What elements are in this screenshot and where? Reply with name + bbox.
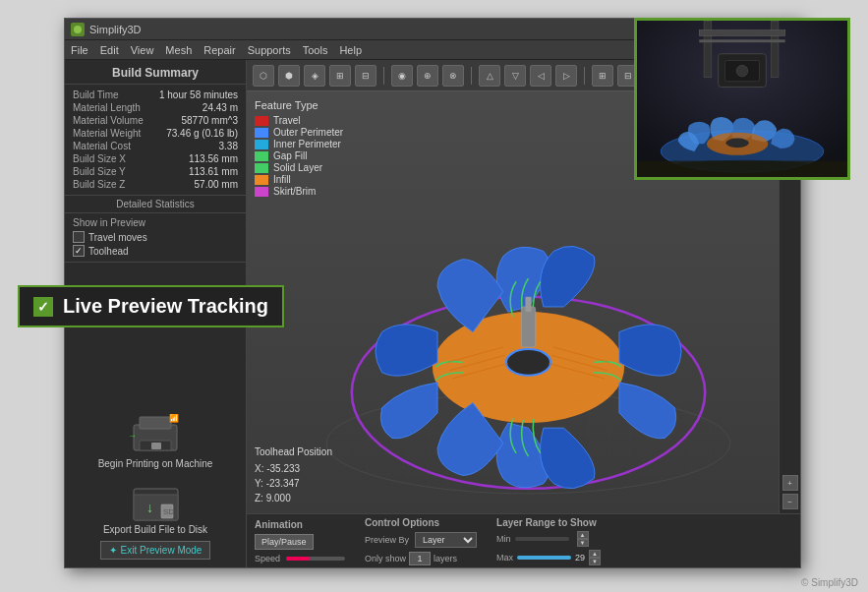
toolbar-btn-7[interactable]: ⊕ xyxy=(417,65,438,87)
stat-row-size-z: Build Size Z 57.00 mm xyxy=(73,178,238,191)
toolbar-btn-4[interactable]: ⊞ xyxy=(329,65,351,87)
3d-model-display xyxy=(286,141,771,513)
toolbar-btn-8[interactable]: ⊗ xyxy=(442,65,464,87)
svg-point-35 xyxy=(725,138,748,148)
toolbar-sep-2 xyxy=(471,67,472,85)
toolbar-btn-13[interactable]: ⊞ xyxy=(592,65,613,87)
build-stats: Build Time 1 hour 58 minutes Material Le… xyxy=(65,85,246,196)
preview-by-label: Preview By xyxy=(365,535,409,545)
svg-rect-26 xyxy=(704,21,712,78)
travel-moves-checkbox[interactable] xyxy=(73,231,85,243)
export-build-btn[interactable]: ↓ SD Export Build File to Disk xyxy=(103,479,207,535)
camera-photo xyxy=(637,21,847,177)
build-summary-title: Build Summary xyxy=(65,60,246,85)
svg-text:↓: ↓ xyxy=(146,500,153,515)
layer-range-title: Layer Range to Show xyxy=(496,517,601,528)
min-spinner[interactable]: ▲ ▼ xyxy=(577,531,589,547)
play-pause-button[interactable]: Play/Pause xyxy=(255,534,314,550)
svg-rect-23 xyxy=(521,307,535,347)
app-icon xyxy=(71,23,85,36)
menu-view[interactable]: View xyxy=(131,44,154,56)
only-show-row: Only show layers xyxy=(365,552,477,565)
min-down[interactable]: ▼ xyxy=(577,539,589,547)
menu-file[interactable]: File xyxy=(71,44,88,56)
stat-row-size-x: Build Size X 113.56 mm xyxy=(73,152,238,165)
copyright-text: © Simplify3D xyxy=(801,577,858,588)
menu-repair[interactable]: Repair xyxy=(203,44,235,56)
exit-preview-label: Exit Preview Mode xyxy=(121,545,203,556)
stat-row-mat-volume: Material Volume 58770 mm^3 xyxy=(73,114,238,127)
legend-color-travel xyxy=(255,116,268,126)
toolbar-btn-10[interactable]: ▽ xyxy=(504,65,526,87)
toolbar-btn-1[interactable]: ⬡ xyxy=(253,65,274,87)
exit-preview-button[interactable]: ✦ Exit Preview Mode xyxy=(100,541,211,560)
toolhead-pos-y: Y: -23.347 xyxy=(255,476,332,491)
toolhead-pos-title: Toolhead Position xyxy=(255,444,332,459)
toolhead-pos-x: X: -35.233 xyxy=(255,461,332,476)
toolhead-pos-z: Z: 9.000 xyxy=(255,491,332,505)
menu-mesh[interactable]: Mesh xyxy=(165,44,192,56)
min-range-row: Min ▲ ▼ xyxy=(496,531,601,547)
toolbar-btn-9[interactable]: △ xyxy=(479,65,500,87)
svg-rect-6 xyxy=(151,443,161,449)
svg-text:→: → xyxy=(128,431,137,441)
sidebar-icon-zoom[interactable]: + xyxy=(782,475,798,491)
camera-preview-overlay xyxy=(634,18,850,180)
toolbar-sep-3 xyxy=(584,67,585,85)
sidebar-icon-zoom-out[interactable]: − xyxy=(782,494,798,509)
speed-slider[interactable] xyxy=(286,557,345,561)
min-label: Min xyxy=(496,534,511,544)
max-slider[interactable] xyxy=(517,556,571,560)
title-bar-text: Simplify3D xyxy=(89,24,142,35)
svg-rect-28 xyxy=(699,30,785,36)
legend-color-solid xyxy=(255,163,268,173)
svg-rect-29 xyxy=(699,39,785,42)
animation-section: Animation Play/Pause Speed xyxy=(255,519,345,563)
only-show-input[interactable] xyxy=(409,552,431,565)
legend-color-gap xyxy=(255,151,268,161)
toolbar-btn-6[interactable]: ◉ xyxy=(391,65,413,87)
toolbar-sep-1 xyxy=(383,67,384,85)
max-spinner[interactable]: ▲ ▼ xyxy=(589,550,601,565)
stat-value-build-time: 1 hour 58 minutes xyxy=(159,89,238,100)
legend-color-inner xyxy=(255,140,268,149)
begin-printing-label: Begin Printing on Machine xyxy=(98,458,213,469)
live-preview-text: Live Preview Tracking xyxy=(63,295,268,318)
toolbar-btn-11[interactable]: ◁ xyxy=(530,65,551,87)
preview-by-select[interactable]: LayerFeatureExtruder xyxy=(415,532,477,548)
live-preview-tracking-box: ✓ Live Preview Tracking xyxy=(18,285,284,327)
max-value: 29 xyxy=(575,553,585,562)
menu-supports[interactable]: Supports xyxy=(248,44,291,56)
detailed-stats-button[interactable]: Detailed Statistics xyxy=(65,196,246,213)
stat-row-mat-cost: Material Cost 3.38 xyxy=(73,140,238,152)
max-down[interactable]: ▼ xyxy=(589,558,601,565)
toolhead-checkbox[interactable] xyxy=(73,245,85,257)
min-up[interactable]: ▲ xyxy=(577,531,589,539)
svg-point-32 xyxy=(736,65,748,77)
bottom-bar: Animation Play/Pause Speed xyxy=(247,513,800,567)
svg-rect-24 xyxy=(525,297,531,312)
preview-by-controls: Preview By LayerFeatureExtruder xyxy=(365,532,477,548)
min-slider[interactable] xyxy=(515,537,569,541)
toolbar-btn-5[interactable]: ⊟ xyxy=(355,65,376,87)
travel-moves-label: Travel moves xyxy=(88,232,147,243)
speed-slider-fill xyxy=(286,557,310,561)
menu-tools[interactable]: Tools xyxy=(303,44,328,56)
only-show-label: Only show xyxy=(365,554,406,563)
toolbar-btn-12[interactable]: ▷ xyxy=(555,65,577,87)
show-preview-section: Show in Preview Travel moves Toolhead xyxy=(65,213,246,263)
menu-edit[interactable]: Edit xyxy=(100,44,119,56)
stat-row-mat-length: Material Length 24.43 m xyxy=(73,101,238,114)
svg-text:SD: SD xyxy=(163,507,174,516)
max-up[interactable]: ▲ xyxy=(589,550,601,558)
menu-help[interactable]: Help xyxy=(339,44,362,56)
show-preview-label: Show in Preview xyxy=(73,217,238,228)
live-preview-checkbox[interactable]: ✓ xyxy=(33,297,53,317)
speed-controls: Speed xyxy=(255,554,345,563)
max-range-row: Max 29 ▲ ▼ xyxy=(496,550,601,565)
toolbar-btn-2[interactable]: ⬢ xyxy=(278,65,300,87)
control-options-section: Control Options Preview By LayerFeatureE… xyxy=(365,517,477,565)
begin-printing-btn[interactable]: 📶 → Begin Printing on Machine xyxy=(98,407,213,469)
speed-label: Speed xyxy=(255,554,280,563)
toolbar-btn-3[interactable]: ◈ xyxy=(304,65,325,87)
